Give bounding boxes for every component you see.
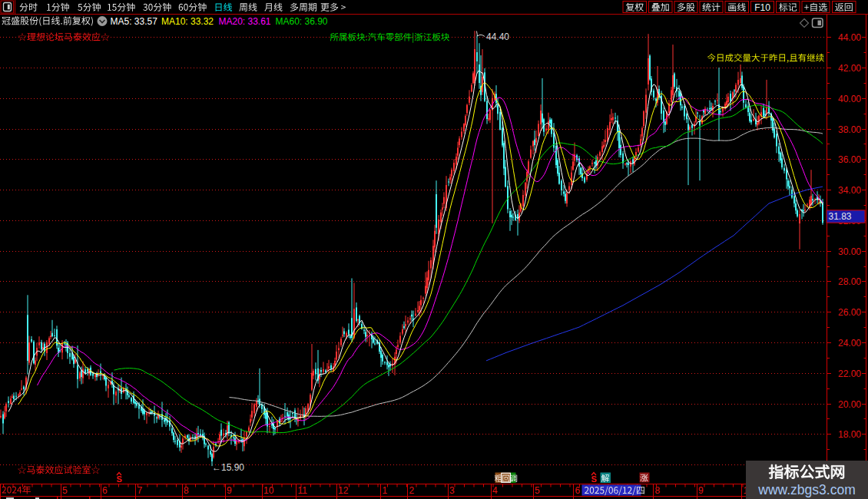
svg-text:24.00: 24.00: [838, 338, 861, 349]
svg-text:9: 9: [698, 485, 704, 496]
svg-text:6: 6: [575, 485, 581, 496]
svg-text:44.00: 44.00: [838, 32, 861, 43]
svg-text:←15.90: ←15.90: [212, 462, 244, 473]
svg-text:36.00: 36.00: [838, 154, 861, 165]
svg-text:www.zbgs3.com: www.zbgs3.com: [757, 482, 855, 497]
svg-text:26.00: 26.00: [838, 307, 861, 318]
svg-text:S: S: [591, 474, 597, 484]
svg-text:20.00: 20.00: [838, 399, 861, 410]
svg-text:30.00: 30.00: [838, 246, 861, 257]
svg-text:MA5: 33.57: MA5: 33.57: [111, 16, 158, 27]
svg-text:10: 10: [263, 485, 274, 496]
svg-text:2: 2: [409, 485, 415, 496]
svg-text:22.00: 22.00: [838, 368, 861, 379]
svg-text:38.00: 38.00: [838, 124, 861, 135]
svg-text:11: 11: [298, 485, 308, 496]
svg-text:4: 4: [492, 485, 498, 496]
svg-text:MA10: 33.32: MA10: 33.32: [161, 16, 214, 27]
svg-text:MA20: 33.61: MA20: 33.61: [219, 16, 271, 27]
svg-text:MA60: 36.90: MA60: 36.90: [276, 16, 328, 27]
svg-text:3: 3: [449, 485, 455, 496]
svg-text:40.00: 40.00: [838, 94, 861, 104]
svg-text:8: 8: [655, 485, 661, 496]
svg-text:42.00: 42.00: [838, 63, 861, 74]
svg-text:5: 5: [62, 485, 68, 496]
svg-text:31.83: 31.83: [829, 211, 852, 222]
svg-text:34.00: 34.00: [838, 185, 861, 196]
svg-text:F10: F10: [754, 2, 770, 13]
svg-text:18.00: 18.00: [838, 429, 861, 440]
svg-text:8: 8: [184, 485, 189, 496]
svg-text:12: 12: [338, 485, 349, 496]
svg-text:S: S: [117, 474, 122, 484]
svg-text:6: 6: [102, 485, 108, 496]
svg-text:1: 1: [383, 485, 388, 496]
svg-text:7: 7: [137, 485, 143, 496]
svg-text:44.40: 44.40: [486, 31, 509, 42]
svg-text:5: 5: [535, 485, 540, 496]
svg-text:9: 9: [227, 485, 232, 496]
svg-text:28.00: 28.00: [838, 276, 861, 287]
